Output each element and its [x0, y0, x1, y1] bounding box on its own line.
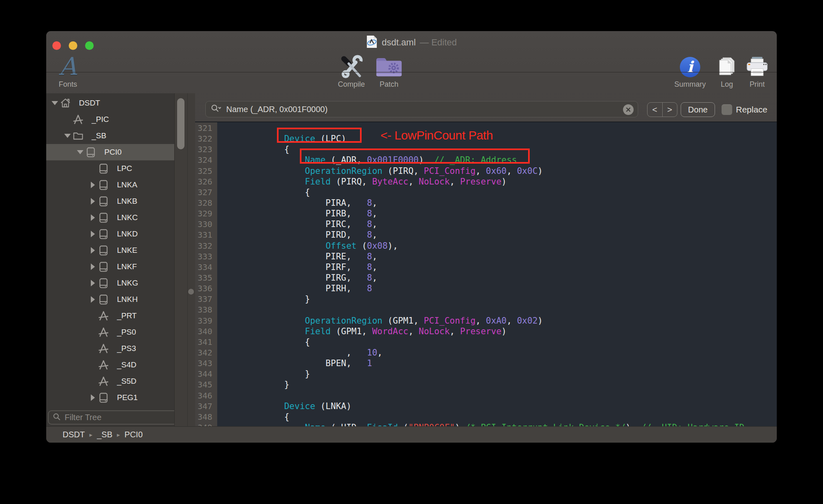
- tree-item-pic[interactable]: _PIC: [46, 111, 174, 128]
- code-line[interactable]: PIRH, 8: [217, 283, 777, 294]
- search-menu-icon[interactable]: [211, 104, 221, 115]
- disclosure-collapsed-icon[interactable]: [88, 247, 97, 254]
- tree-item-prt[interactable]: _PRT: [46, 308, 174, 324]
- tree-item-lpc[interactable]: LPC: [46, 160, 174, 177]
- tree-item-lnka[interactable]: LNKA: [46, 177, 174, 193]
- tree-item-lnke[interactable]: LNKE: [46, 242, 174, 259]
- filter-tree-input[interactable]: Filter Tree: [48, 410, 185, 425]
- tree-item-s4d[interactable]: _S4D: [46, 357, 174, 373]
- code-line[interactable]: PIRB, 8,: [217, 208, 777, 219]
- split-handle[interactable]: [188, 289, 194, 295]
- disclosure-collapsed-icon[interactable]: [88, 394, 97, 401]
- device-icon: [97, 293, 110, 306]
- code-line[interactable]: Name (_HID, EisaId ("PNP0C0F") /* PCI In…: [217, 422, 777, 426]
- clear-search-icon[interactable]: [623, 104, 634, 115]
- code-line[interactable]: }: [217, 369, 777, 379]
- tree-item-lnkh[interactable]: LNKH: [46, 291, 174, 308]
- code-line[interactable]: {: [217, 187, 777, 198]
- code-line[interactable]: PIRD, 8,: [217, 230, 777, 240]
- code-line[interactable]: {: [217, 337, 777, 347]
- scrollbar-thumb[interactable]: [177, 98, 184, 149]
- tree-item-lnkd[interactable]: LNKD: [46, 226, 174, 242]
- breadcrumb-separator-icon: ▸: [89, 431, 92, 439]
- line-number: 336: [195, 283, 217, 294]
- find-next-button[interactable]: >: [663, 103, 677, 117]
- disclosure-collapsed-icon[interactable]: [88, 182, 97, 188]
- line-number: 346: [195, 390, 217, 401]
- tree-item-label: _SB: [92, 131, 106, 140]
- disclosure-expanded-icon[interactable]: [63, 134, 72, 138]
- tree-item-label: DSDT: [79, 99, 100, 108]
- line-number: 344: [195, 369, 217, 379]
- disclosure-collapsed-icon[interactable]: [88, 214, 97, 221]
- code-line[interactable]: {: [217, 412, 777, 422]
- find-field[interactable]: [205, 101, 638, 117]
- breadcrumb-item-pci0[interactable]: PCI0: [124, 430, 142, 439]
- tree-item-lnkg[interactable]: LNKG: [46, 275, 174, 291]
- code-line[interactable]: }: [217, 294, 777, 304]
- disclosure-collapsed-icon[interactable]: [88, 296, 97, 303]
- code-line[interactable]: PIRC, 8,: [217, 219, 777, 230]
- tree-item-label: _PRT: [117, 311, 137, 320]
- tree-item-lnkc[interactable]: LNKC: [46, 209, 174, 226]
- method-icon: [97, 326, 110, 338]
- tree-item-sb[interactable]: _SB: [46, 128, 174, 144]
- tree-item-ps3[interactable]: _PS3: [46, 340, 174, 357]
- breadcrumb-item-sb[interactable]: _SB: [97, 430, 112, 439]
- tree-item-peg1[interactable]: PEG1: [46, 389, 174, 406]
- compile-button[interactable]: Compile: [335, 52, 368, 89]
- breadcrumb: DSDT ▸ _SB ▸ PCI0: [46, 426, 777, 443]
- find-input[interactable]: [225, 104, 633, 115]
- disclosure-expanded-icon[interactable]: [76, 150, 85, 154]
- summary-button[interactable]: i Summary: [670, 52, 710, 89]
- tree-item-pci0[interactable]: PCI0: [46, 144, 174, 160]
- tree-item-lnkf[interactable]: LNKF: [46, 259, 174, 275]
- disclosure-collapsed-icon[interactable]: [88, 263, 97, 270]
- line-number: 340: [195, 326, 217, 337]
- done-button[interactable]: Done: [681, 102, 715, 117]
- code-line[interactable]: Device (LNKA): [217, 401, 777, 412]
- code-line[interactable]: BPEN, 1: [217, 358, 777, 369]
- patch-button[interactable]: Patch: [372, 52, 406, 89]
- line-number: 332: [195, 241, 217, 251]
- code-line[interactable]: PIRE, 8,: [217, 251, 777, 262]
- code-line[interactable]: [217, 304, 777, 315]
- code-line[interactable]: Field (GPM1, WordAcc, NoLock, Preserve): [217, 326, 777, 337]
- search-icon: [53, 413, 61, 423]
- tree-item-label: LNKC: [117, 213, 138, 222]
- annotation-arrow-text: <- LowPinCount Path: [380, 128, 493, 142]
- code-line[interactable]: PIRG, 8,: [217, 272, 777, 283]
- line-number: 333: [195, 251, 217, 262]
- line-number-gutter: 3213223233243253263273283293303313323333…: [195, 122, 217, 426]
- code-line[interactable]: PIRA, 8,: [217, 198, 777, 208]
- tree-item-s5d[interactable]: _S5D: [46, 373, 174, 389]
- code-line[interactable]: , 10,: [217, 347, 777, 358]
- code-line[interactable]: Offset (0x08),: [217, 241, 777, 251]
- fonts-button[interactable]: A Fonts: [54, 52, 82, 89]
- breadcrumb-item-dsdt[interactable]: DSDT: [63, 430, 85, 439]
- print-button[interactable]: Print: [744, 52, 770, 89]
- replace-checkbox[interactable]: [722, 104, 732, 115]
- code-line[interactable]: }: [217, 379, 777, 390]
- log-button[interactable]: Log: [714, 52, 740, 89]
- breadcrumb-separator-icon: ▸: [117, 431, 120, 439]
- disclosure-collapsed-icon[interactable]: [88, 198, 97, 205]
- find-previous-button[interactable]: <: [648, 103, 663, 117]
- disclosure-expanded-icon[interactable]: [50, 101, 59, 105]
- disclosure-collapsed-icon[interactable]: [88, 231, 97, 237]
- disclosure-collapsed-icon[interactable]: [88, 280, 97, 286]
- sidebar: DSDT_PIC_SBPCI0LPCLNKALNKBLNKCLNKDLNKELN…: [46, 93, 174, 426]
- code-line[interactable]: Field (PIRQ, ByteAcc, NoLock, Preserve): [217, 176, 777, 187]
- code-line[interactable]: PIRF, 8,: [217, 262, 777, 272]
- tree-item-lnkb[interactable]: LNKB: [46, 193, 174, 209]
- tree-item-dsdt[interactable]: DSDT: [46, 95, 174, 111]
- line-number: 325: [195, 166, 217, 176]
- code-line[interactable]: OperationRegion (GPM1, PCI_Config, 0xA0,…: [217, 315, 777, 326]
- code-area[interactable]: 3213223233243253263273283293303313323333…: [195, 122, 777, 426]
- summary-label: Summary: [674, 80, 706, 89]
- tree-item-ps0[interactable]: _PS0: [46, 324, 174, 340]
- device-icon: [97, 162, 110, 175]
- code-lines[interactable]: Device (LPC) { Name (_ADR, 0x001F0000) /…: [217, 122, 777, 426]
- code-line[interactable]: [217, 390, 777, 401]
- code-line[interactable]: OperationRegion (PIRQ, PCI_Config, 0x60,…: [217, 166, 777, 176]
